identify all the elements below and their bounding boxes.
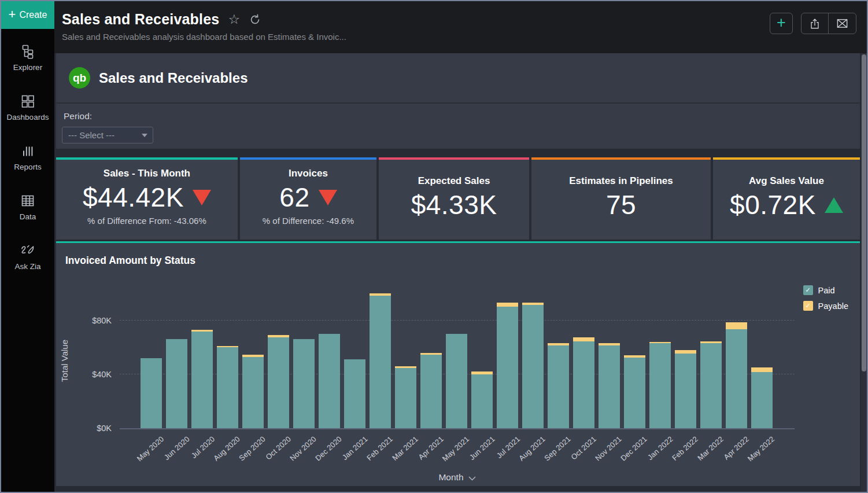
segment-payable[interactable] (726, 322, 747, 329)
bar-jun-2021[interactable] (471, 371, 493, 428)
bar-jan-2022[interactable] (649, 342, 671, 428)
segment-payable[interactable] (573, 337, 594, 341)
bar-jun-2020[interactable] (166, 339, 187, 428)
chart-title: Invoiced Amount by Status (65, 255, 195, 267)
segment-paid[interactable] (624, 358, 645, 428)
x-tick: Oct 2021 (573, 432, 594, 477)
legend-label: Payable (818, 301, 848, 311)
segment-paid[interactable] (141, 358, 162, 428)
bar-feb-2021[interactable] (370, 293, 391, 428)
bar-mar-2022[interactable] (700, 341, 722, 428)
segment-paid[interactable] (599, 345, 620, 428)
sidebar-item-ask-zia[interactable]: Ask Zia (1, 243, 54, 271)
segment-paid[interactable] (293, 339, 315, 428)
segment-payable[interactable] (497, 303, 518, 307)
create-button[interactable]: + Create (1, 1, 54, 29)
segment-paid[interactable] (268, 337, 289, 428)
sidebar-item-dashboards[interactable]: Dashboards (1, 94, 54, 122)
bar-dec-2020[interactable] (319, 334, 340, 428)
x-tick: Dec 2021 (624, 432, 645, 477)
segment-paid[interactable] (395, 368, 416, 428)
segment-paid[interactable] (191, 332, 213, 428)
segment-paid[interactable] (548, 345, 569, 428)
bar-jan-2021[interactable] (344, 359, 365, 428)
legend-item-payable[interactable]: ✓Payable (803, 301, 848, 311)
bar-oct-2021[interactable] (573, 337, 594, 428)
sidebar-item-data[interactable]: Data (1, 193, 54, 221)
x-tick-label: May 2021 (441, 435, 471, 463)
sidebar-item-label: Explorer (13, 63, 42, 72)
bar-dec-2021[interactable] (624, 355, 645, 428)
segment-paid[interactable] (217, 347, 238, 428)
bar-may-2021[interactable] (446, 334, 467, 428)
star-icon[interactable]: ☆ (228, 13, 240, 26)
legend-checkbox-paid[interactable]: ✓ (803, 285, 813, 295)
bar-jul-2021[interactable] (497, 303, 518, 428)
segment-paid[interactable] (573, 341, 594, 428)
sidebar-item-explorer[interactable]: Explorer (1, 44, 54, 72)
x-tick: Sep 2021 (548, 432, 569, 477)
segment-paid[interactable] (420, 355, 442, 428)
bar-mar-2021[interactable] (395, 366, 416, 428)
x-tick: Dec 2020 (319, 432, 340, 477)
bar-feb-2022[interactable] (675, 350, 696, 428)
segment-paid[interactable] (446, 334, 467, 428)
quickbooks-logo: qb (69, 67, 90, 89)
y-tick-label: $80K (92, 316, 112, 325)
x-tick-label: Jan 2022 (645, 435, 674, 462)
segment-paid[interactable] (242, 357, 264, 428)
scrollbar[interactable] (861, 53, 867, 492)
bar-apr-2021[interactable] (420, 353, 442, 428)
refresh-icon[interactable] (249, 13, 261, 26)
main-area: Sales and Receivables ☆ Sales and Receiv… (54, 1, 867, 492)
kpi-card-4: Estimates in Pipelines75 (531, 157, 711, 240)
sidebar-item-reports[interactable]: Reports (1, 144, 54, 171)
legend-checkbox-payable[interactable]: ✓ (803, 301, 813, 311)
add-button[interactable]: + (770, 13, 793, 34)
segment-paid[interactable] (497, 307, 518, 428)
page-title: Sales and Receivables (62, 11, 219, 28)
period-label: Period: (62, 111, 860, 122)
x-axis-title-dropdown[interactable]: Month (120, 472, 795, 483)
segment-paid[interactable] (370, 296, 391, 429)
bar-oct-2020[interactable] (268, 335, 289, 428)
segment-paid[interactable] (726, 329, 747, 428)
bar-sep-2020[interactable] (242, 355, 264, 428)
bar-aug-2021[interactable] (522, 303, 544, 428)
segment-paid[interactable] (522, 305, 544, 428)
bar-apr-2022[interactable] (726, 322, 747, 428)
bar-jul-2020[interactable] (191, 330, 213, 428)
export-button[interactable] (801, 13, 829, 34)
segment-paid[interactable] (751, 372, 773, 428)
x-axis-title: Month (438, 472, 463, 483)
x-tick-label: Aug 2020 (212, 435, 242, 462)
period-select-value: --- Select --- (68, 130, 114, 140)
segment-paid[interactable] (471, 374, 493, 428)
x-tick: Jan 2022 (649, 432, 671, 477)
plot-area: $0K$40K$80K (120, 289, 795, 428)
x-tick: May 2020 (141, 432, 162, 477)
legend-item-paid[interactable]: ✓Paid (803, 285, 848, 295)
bar-nov-2020[interactable] (293, 339, 315, 428)
bar-sep-2021[interactable] (548, 343, 569, 428)
bar-aug-2020[interactable] (217, 346, 238, 428)
segment-paid[interactable] (700, 343, 722, 428)
scrollbar-thumb[interactable] (862, 54, 866, 371)
segment-paid[interactable] (675, 354, 696, 428)
x-tick: Jan 2021 (344, 432, 365, 477)
x-tick: Nov 2021 (599, 432, 620, 477)
email-button[interactable] (829, 13, 856, 34)
kpi-value: 75 (606, 191, 636, 219)
segment-paid[interactable] (166, 339, 187, 428)
bar-may-2020[interactable] (141, 358, 162, 428)
segment-paid[interactable] (649, 343, 671, 428)
segment-paid[interactable] (344, 359, 365, 428)
bar-may-2022[interactable] (751, 367, 773, 428)
bar-nov-2021[interactable] (599, 343, 620, 428)
kpi-subtext: % of Difference From: -43.06% (87, 216, 206, 226)
segment-paid[interactable] (319, 334, 340, 428)
x-tick-label: Dec 2020 (314, 435, 343, 462)
period-select[interactable]: --- Select --- (62, 127, 153, 144)
chart-widget: Invoiced Amount by Status ✓Paid✓Payable … (56, 241, 860, 486)
segment-payable[interactable] (751, 367, 773, 372)
